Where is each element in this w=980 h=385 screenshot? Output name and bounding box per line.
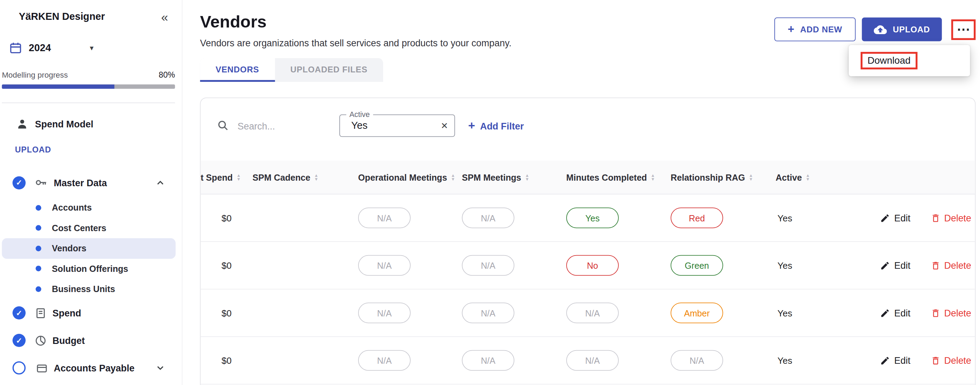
pie-chart-icon	[35, 334, 47, 347]
delete-button[interactable]: Delete	[930, 260, 971, 271]
spm-meetings-pill[interactable]: N/A	[462, 255, 514, 276]
spm-meetings-pill[interactable]: N/A	[462, 207, 514, 228]
sidebar-item-accounts[interactable]: Accounts	[2, 198, 175, 218]
sidebar-item-cost-centers[interactable]: Cost Centers	[2, 218, 175, 238]
main-content: Vendors Vendors are organizations that s…	[182, 0, 980, 385]
sidebar-item-business-units[interactable]: Business Units	[2, 279, 175, 299]
upload-button[interactable]: UPLOAD	[862, 18, 942, 41]
modelling-progress: Modelling progress 80%	[0, 55, 182, 89]
clear-filter-icon[interactable]: ✕	[441, 121, 448, 131]
sidebar-header: YäRKEN Designer «	[0, 0, 182, 22]
relationship-rag-pill[interactable]: N/A	[671, 350, 723, 371]
minutes-completed-pill[interactable]: N/A	[566, 350, 619, 371]
sidebar-item-budget[interactable]: ✓ Budget	[0, 326, 182, 354]
column-header-spm-meetings[interactable]: SPM Meetings ▲▼	[462, 172, 566, 182]
edit-button[interactable]: Edit	[880, 308, 910, 318]
operational-meetings-pill[interactable]: N/A	[358, 350, 410, 371]
table-row: $0 N/A N/A N/A N/A Yes Edit Delete	[200, 337, 975, 384]
sort-icon[interactable]: ▲▼	[236, 174, 240, 181]
minutes-completed-pill[interactable]: N/A	[566, 302, 619, 323]
column-header-active[interactable]: Active ▲▼	[776, 172, 845, 182]
spend-label: Spend	[52, 308, 81, 318]
sidebar-item-master-data[interactable]: ✓ Master Data	[0, 169, 182, 196]
edit-button[interactable]: Edit	[880, 213, 910, 223]
sidebar-item-solution-offerings[interactable]: Solution Offerings	[2, 259, 175, 279]
trash-icon	[930, 260, 940, 270]
budget-label: Budget	[52, 335, 85, 346]
row-actions: Edit Delete	[844, 355, 975, 366]
edit-button[interactable]: Edit	[880, 260, 910, 271]
delete-button[interactable]: Delete	[930, 355, 971, 366]
column-header-operational-meetings[interactable]: Operational Meetings ▲▼	[358, 172, 462, 182]
master-data-label: Master Data	[54, 177, 107, 188]
sidebar-item-vendors[interactable]: Vendors	[2, 238, 175, 258]
spend-model-heading: Spend Model	[0, 103, 182, 130]
active-filter-field[interactable]: Active Yes ✕	[339, 115, 455, 137]
minutes-completed-pill[interactable]: No	[566, 255, 619, 276]
page-header: Vendors Vendors are organizations that s…	[200, 0, 976, 48]
spm-meetings-pill[interactable]: N/A	[462, 302, 514, 323]
upload-label: UPLOAD	[893, 25, 930, 34]
sort-icon[interactable]: ▲▼	[749, 174, 753, 181]
subnav-label: Vendors	[52, 243, 86, 253]
add-filter-button[interactable]: + Add Filter	[468, 119, 524, 133]
year-value: 2024	[29, 43, 51, 54]
more-menu-button[interactable]: ⋯	[951, 19, 975, 40]
sort-icon[interactable]: ▲▼	[314, 174, 318, 181]
operational-meetings-pill[interactable]: N/A	[358, 255, 410, 276]
column-header-spend[interactable]: t Spend ▲▼	[200, 172, 252, 182]
active-cell: Yes	[776, 213, 845, 223]
app-window: YäRKEN Designer « 2024 ▾ Modelling progr…	[0, 0, 980, 385]
minutes-completed-pill[interactable]: Yes	[566, 207, 619, 228]
accounts-payable-label: Accounts Payable	[54, 363, 134, 374]
add-new-button[interactable]: + ADD NEW	[775, 18, 856, 41]
delete-button[interactable]: Delete	[930, 213, 971, 223]
column-header-relationship-rag[interactable]: Relationship RAG ▲▼	[671, 172, 776, 182]
download-menu-item[interactable]: Download	[861, 52, 917, 69]
operational-meetings-pill[interactable]: N/A	[358, 302, 410, 323]
filter-row: Active Yes ✕ + Add Filter	[200, 98, 975, 137]
edit-button[interactable]: Edit	[880, 355, 910, 366]
bullet-icon	[35, 286, 41, 292]
collapse-sidebar-icon[interactable]: «	[161, 12, 168, 22]
active-filter-value: Yes	[351, 120, 441, 131]
relationship-rag-pill[interactable]: Amber	[671, 302, 723, 323]
calendar-icon	[9, 41, 22, 55]
sort-icon[interactable]: ▲▼	[651, 174, 655, 181]
year-select[interactable]: 2024 ▾	[0, 22, 182, 55]
subnav-label: Accounts	[52, 203, 92, 213]
search-box[interactable]	[217, 119, 323, 132]
sidebar-item-spend[interactable]: ✓ Spend	[0, 299, 182, 326]
tab-bar: VENDORS UPLOADED FILES	[200, 58, 383, 82]
sidebar: YäRKEN Designer « 2024 ▾ Modelling progr…	[0, 0, 182, 385]
check-circle-icon: ✓	[13, 176, 26, 189]
relationship-rag-pill[interactable]: Red	[671, 207, 723, 228]
delete-button[interactable]: Delete	[930, 308, 971, 318]
subnav-label: Business Units	[52, 284, 115, 294]
operational-meetings-pill[interactable]: N/A	[358, 207, 410, 228]
sort-icon[interactable]: ▲▼	[806, 174, 810, 181]
search-input[interactable]	[236, 120, 314, 132]
card-icon	[35, 362, 48, 374]
sidebar-upload-link[interactable]: UPLOAD	[15, 145, 51, 154]
spend-cell: $0	[200, 260, 252, 270]
progress-bar	[2, 84, 175, 89]
column-header-minutes-completed[interactable]: Minutes Completed ▲▼	[566, 172, 671, 182]
sort-icon[interactable]: ▲▼	[451, 174, 455, 181]
row-actions: Edit Delete	[844, 308, 975, 318]
pencil-icon	[880, 213, 890, 223]
trash-icon	[930, 308, 940, 318]
tab-vendors[interactable]: VENDORS	[200, 58, 275, 82]
trash-icon	[930, 213, 940, 223]
spm-meetings-pill[interactable]: N/A	[462, 350, 514, 371]
column-header-spm-cadence[interactable]: SPM Cadence ▲▼	[253, 172, 358, 182]
relationship-rag-pill[interactable]: Green	[671, 255, 723, 276]
master-data-subnav: Accounts Cost Centers Vendors Solution O…	[0, 198, 182, 299]
header-actions: + ADD NEW UPLOAD ⋯	[775, 13, 976, 41]
table-row: $0 N/A N/A N/A Amber Yes Edit Delete	[200, 290, 975, 337]
subnav-label: Cost Centers	[52, 223, 106, 233]
chevron-down-icon	[155, 363, 165, 374]
sort-icon[interactable]: ▲▼	[525, 174, 529, 181]
sidebar-item-accounts-payable[interactable]: Accounts Payable	[0, 354, 182, 382]
tab-uploaded-files[interactable]: UPLOADED FILES	[275, 58, 383, 82]
